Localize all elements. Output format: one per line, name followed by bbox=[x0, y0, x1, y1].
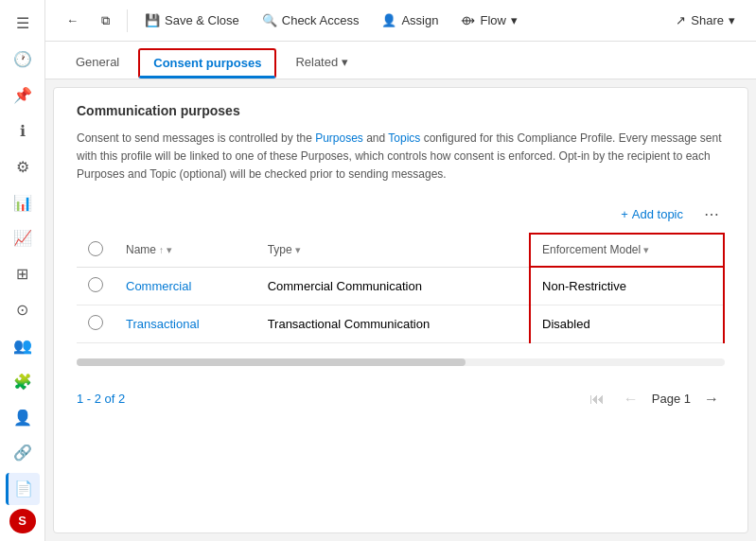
save-icon: 💾 bbox=[145, 13, 160, 27]
people-item[interactable]: 👥 bbox=[6, 329, 40, 361]
tab-consent-purposes[interactable]: Consent purposes bbox=[138, 48, 276, 79]
type-column-header[interactable]: Type ▾ bbox=[256, 234, 530, 268]
row2-radio[interactable] bbox=[88, 315, 103, 330]
purposes-link[interactable]: Purposes bbox=[315, 131, 363, 145]
person-add-item[interactable]: 👤 bbox=[6, 401, 40, 433]
person-add-icon: 👤 bbox=[13, 409, 32, 427]
next-page-button[interactable]: → bbox=[698, 389, 725, 410]
row1-enforcement: Non-Restrictive bbox=[530, 267, 724, 305]
grid-item[interactable]: ⊞ bbox=[6, 258, 40, 290]
toggle-item[interactable]: ⊙ bbox=[6, 294, 40, 326]
tab-general[interactable]: General bbox=[61, 47, 134, 79]
add-topic-button[interactable]: + Add topic bbox=[613, 203, 691, 225]
prev-page-icon: ← bbox=[624, 391, 639, 407]
row1-radio[interactable] bbox=[88, 277, 103, 292]
row2-check[interactable] bbox=[77, 305, 114, 342]
window-button[interactable]: ⧉ bbox=[92, 9, 119, 32]
add-topic-label: Add topic bbox=[632, 207, 683, 221]
info-item[interactable]: ℹ bbox=[6, 114, 40, 147]
scroll-bar[interactable] bbox=[77, 358, 725, 366]
table-actions: + Add topic ⋯ bbox=[77, 203, 725, 225]
trend-icon: 📈 bbox=[13, 229, 32, 247]
table-row: Commercial Commercial Communication Non-… bbox=[77, 267, 724, 305]
assign-button[interactable]: 👤 Assign bbox=[372, 9, 448, 31]
name-column-header[interactable]: Name ↑ ▾ bbox=[114, 234, 256, 268]
pin-item[interactable]: 📌 bbox=[6, 79, 40, 112]
share-dropdown-icon: ▾ bbox=[729, 13, 735, 27]
save-close-button[interactable]: 💾 Save & Close bbox=[135, 9, 249, 31]
link-icon: 🔗 bbox=[13, 444, 32, 462]
check-access-label: Check Access bbox=[282, 13, 360, 27]
doc-icon: 📄 bbox=[14, 480, 33, 497]
check-access-icon: 🔍 bbox=[262, 13, 277, 27]
main-content: ← ⧉ 💾 Save & Close 🔍 Check Access 👤 Assi… bbox=[45, 0, 756, 541]
share-icon: ↗ bbox=[676, 13, 686, 27]
flow-label: Flow bbox=[480, 13, 505, 27]
table-row: Transactional Transactional Communicatio… bbox=[77, 305, 724, 342]
first-page-icon: ⏮ bbox=[589, 391, 605, 407]
pin-icon: 📌 bbox=[13, 86, 32, 104]
page-nav: ⏮ ← Page 1 → bbox=[584, 389, 725, 410]
back-icon: ← bbox=[66, 13, 79, 27]
section-title: Communication purposes bbox=[77, 103, 725, 118]
ellipsis-icon: ⋯ bbox=[704, 206, 719, 222]
page-range-label: 1 - 2 of 2 bbox=[77, 392, 125, 406]
topics-link[interactable]: Topics bbox=[388, 131, 420, 145]
hamburger-menu[interactable]: ☰ bbox=[6, 8, 40, 40]
sidebar: ☰ 🕐 📌 ℹ ⚙ 📊 📈 ⊞ ⊙ 👥 🧩 👤 🔗 📄 S bbox=[0, 0, 45, 541]
next-page-icon: → bbox=[704, 391, 719, 407]
settings-item[interactable]: ⚙ bbox=[6, 150, 40, 183]
commercial-link[interactable]: Commercial bbox=[126, 279, 191, 293]
back-button[interactable]: ← bbox=[57, 9, 88, 31]
type-filter-icon: ▾ bbox=[295, 244, 301, 256]
chart-item[interactable]: 📊 bbox=[6, 186, 40, 218]
assign-label: Assign bbox=[401, 13, 438, 27]
name-filter-icon: ▾ bbox=[167, 244, 172, 256]
trend-item[interactable]: 📈 bbox=[6, 222, 40, 254]
row1-check[interactable] bbox=[77, 267, 114, 305]
enforcement-column-header[interactable]: Enforcement Model ▾ bbox=[530, 234, 724, 268]
row1-type: Commercial Communication bbox=[256, 267, 530, 305]
name-sort-icon: ↑ bbox=[159, 245, 164, 255]
checkbox-column-header bbox=[77, 234, 114, 268]
pagination: 1 - 2 of 2 ⏮ ← Page 1 → bbox=[77, 381, 725, 417]
toggle-icon: ⊙ bbox=[16, 301, 28, 319]
save-close-label: Save & Close bbox=[165, 13, 239, 27]
content-area: Communication purposes Consent to send m… bbox=[53, 87, 748, 533]
hamburger-icon: ☰ bbox=[16, 14, 29, 32]
chart-icon: 📊 bbox=[13, 194, 32, 212]
info-text: Consent to send messages is controlled b… bbox=[77, 130, 725, 184]
link-item[interactable]: 🔗 bbox=[6, 437, 40, 469]
enforcement-filter-icon: ▾ bbox=[643, 244, 649, 256]
assign-icon: 👤 bbox=[381, 13, 396, 27]
transactional-link[interactable]: Transactional bbox=[126, 317, 200, 331]
data-table: Name ↑ ▾ Type ▾ Enforcement Model bbox=[77, 233, 725, 343]
page-label: Page 1 bbox=[652, 392, 691, 406]
add-topic-plus-icon: + bbox=[621, 207, 628, 221]
row2-name[interactable]: Transactional bbox=[114, 305, 256, 342]
info-icon: ℹ bbox=[20, 122, 26, 140]
clock-icon: 🕐 bbox=[13, 50, 32, 68]
user-avatar[interactable]: S bbox=[9, 509, 36, 533]
flow-button[interactable]: ⟴ Flow ▾ bbox=[451, 9, 526, 31]
prev-page-button[interactable]: ← bbox=[618, 389, 644, 410]
share-button[interactable]: ↗ Share ▾ bbox=[666, 9, 745, 31]
window-icon: ⧉ bbox=[101, 13, 110, 28]
scroll-thumb[interactable] bbox=[77, 358, 466, 366]
separator-1 bbox=[127, 9, 128, 32]
first-page-button[interactable]: ⏮ bbox=[584, 389, 610, 410]
doc-item[interactable]: 📄 bbox=[6, 473, 40, 505]
flow-icon: ⟴ bbox=[461, 13, 475, 27]
puzzle-item[interactable]: 🧩 bbox=[6, 365, 40, 397]
toolbar: ← ⧉ 💾 Save & Close 🔍 Check Access 👤 Assi… bbox=[45, 0, 756, 42]
people-icon: 👥 bbox=[13, 337, 32, 355]
puzzle-icon: 🧩 bbox=[13, 373, 32, 391]
more-options-button[interactable]: ⋯ bbox=[698, 203, 725, 225]
header-radio[interactable] bbox=[88, 241, 103, 256]
tab-related[interactable]: Related ▾ bbox=[280, 47, 363, 79]
related-dropdown-icon: ▾ bbox=[342, 55, 348, 69]
row1-name[interactable]: Commercial bbox=[114, 267, 256, 305]
row2-enforcement: Disabled bbox=[530, 305, 724, 342]
check-access-button[interactable]: 🔍 Check Access bbox=[253, 9, 369, 31]
clock-item[interactable]: 🕐 bbox=[6, 44, 40, 76]
